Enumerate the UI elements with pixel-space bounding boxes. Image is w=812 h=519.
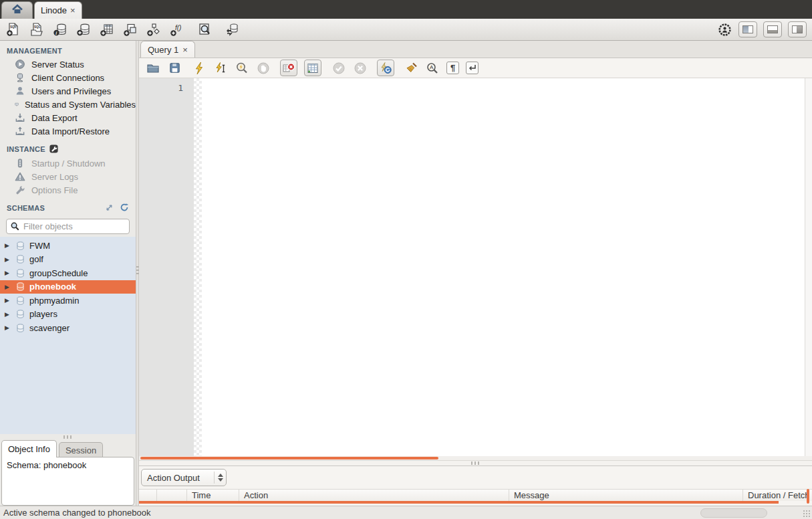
client-connections-icon	[15, 72, 25, 83]
tab-object-info[interactable]: Object Info	[1, 440, 57, 457]
sidebar-item-client-connections[interactable]: Client Connections	[0, 71, 136, 84]
tab-session[interactable]: Session	[59, 442, 103, 457]
schema-row-golf[interactable]: ▶ golf	[0, 253, 136, 267]
schema-row-phpmyadmin[interactable]: ▶ phpmyadmin	[0, 294, 136, 308]
database-inspector-button[interactable]: i	[52, 21, 68, 37]
schema-row-players[interactable]: ▶ players	[0, 308, 136, 322]
sidebar-item-server-logs[interactable]: Server Logs	[0, 170, 136, 183]
rollback-button[interactable]	[353, 61, 368, 76]
expand-schemas-icon[interactable]	[105, 203, 114, 213]
query-tab[interactable]: Query 1 ×	[140, 41, 195, 58]
toggle-bottom-panel-button[interactable]	[763, 21, 782, 37]
toggle-right-sidebar-button[interactable]	[788, 21, 807, 37]
output-splitter[interactable]	[139, 460, 812, 466]
sql-editor[interactable]: 1	[139, 78, 812, 456]
sidebar-item-server-status[interactable]: Server Status	[0, 58, 136, 71]
toggle-stop-on-error-button[interactable]	[280, 60, 297, 76]
status-bar: Active schema changed to phonebook	[0, 506, 812, 519]
stop-on-error-icon	[282, 62, 295, 75]
column-header-time[interactable]: Time	[187, 490, 239, 501]
limit-rows-button[interactable]	[304, 60, 321, 76]
editor-text-area[interactable]	[202, 78, 805, 456]
show-invisibles-button[interactable]: ¶	[446, 62, 459, 74]
toggle-left-sidebar-button[interactable]	[738, 21, 757, 37]
column-header-index[interactable]	[157, 490, 187, 501]
explain-button[interactable]	[235, 61, 249, 76]
column-header-duration[interactable]: Duration / Fetch	[743, 490, 807, 501]
home-tab[interactable]	[1, 1, 33, 19]
wrap-text-button[interactable]	[466, 62, 479, 74]
create-view-button[interactable]	[122, 21, 138, 37]
expand-arrow-icon[interactable]: ▶	[5, 311, 11, 318]
users-icon	[15, 86, 25, 96]
find-button[interactable]: A	[425, 61, 440, 76]
create-function-icon: f()	[170, 22, 184, 37]
column-header-action[interactable]: Action	[239, 490, 509, 501]
svg-text:SQL: SQL	[34, 25, 41, 29]
limit-rows-grid-icon	[306, 62, 319, 75]
sidebar-item-users-privileges[interactable]: Users and Privileges	[0, 84, 136, 98]
sidebar-item-options-file[interactable]: Options File	[0, 183, 136, 197]
editor-hscroll-thumb[interactable]	[140, 457, 438, 459]
schema-row-phonebook[interactable]: ▶ phonebook	[0, 280, 136, 294]
output-controls: Action Output	[139, 466, 812, 489]
filter-search-icon	[10, 221, 20, 231]
connection-tab-close-icon[interactable]: ×	[70, 6, 76, 15]
sql-editor-toolbar: A ¶	[139, 58, 812, 78]
schema-row-scavenger[interactable]: ▶ scavenger	[0, 321, 136, 335]
editor-horizontal-scrollbar[interactable]	[139, 456, 812, 460]
output-hscroll-thumb[interactable]	[139, 501, 779, 504]
create-function-button[interactable]: f()	[169, 21, 185, 37]
open-sql-script-button[interactable]: SQL	[29, 21, 45, 37]
toggle-autocommit-button[interactable]	[377, 60, 394, 76]
right-panel-icon	[792, 25, 803, 33]
execute-button[interactable]	[192, 61, 207, 76]
column-header-icon[interactable]	[139, 490, 157, 501]
commit-button[interactable]	[331, 61, 346, 76]
expand-arrow-icon[interactable]: ▶	[5, 256, 11, 263]
sidebar-item-data-export[interactable]: Data Export	[0, 111, 136, 124]
user-settings-button[interactable]	[716, 21, 732, 37]
editor-vertical-scrollbar[interactable]	[805, 78, 812, 456]
expand-arrow-icon[interactable]: ▶	[5, 297, 11, 304]
stop-button[interactable]	[256, 61, 271, 76]
schema-filter-input[interactable]	[23, 221, 126, 231]
search-objects-button[interactable]	[196, 21, 213, 37]
create-table-button[interactable]	[99, 21, 115, 37]
refresh-schemas-icon[interactable]	[120, 203, 129, 213]
schema-row-groupschedule[interactable]: ▶ groupSchedule	[0, 266, 136, 280]
output-vscroll-thumb[interactable]	[807, 489, 809, 504]
floppy-icon	[168, 62, 181, 74]
execute-current-button[interactable]	[213, 61, 228, 76]
reconnect-database-button[interactable]	[224, 21, 240, 37]
connection-tab[interactable]: Linode ×	[34, 1, 82, 19]
database-info-icon: i	[53, 22, 67, 37]
column-header-message[interactable]: Message	[509, 490, 743, 501]
schema-row-fwm[interactable]: ▶ FWM	[0, 239, 136, 253]
info-panel-splitter[interactable]	[0, 434, 136, 439]
query-tab-close-icon[interactable]: ×	[182, 45, 188, 54]
instance-wrench-icon	[49, 144, 59, 154]
mysql-workbench-window: Linode × SQL SQL i f()	[0, 0, 812, 519]
expand-arrow-icon[interactable]: ▶	[5, 284, 11, 290]
bottom-panel-icon	[767, 25, 778, 33]
new-sql-script-button[interactable]: SQL	[5, 21, 21, 37]
open-sql-icon: SQL	[29, 22, 44, 37]
sidebar-item-system-variables[interactable]: Status and System Variables	[0, 98, 136, 111]
sidebar-item-startup-shutdown[interactable]: Startup / Shutdown	[0, 157, 136, 170]
expand-arrow-icon[interactable]: ▶	[5, 270, 11, 276]
create-procedure-button[interactable]	[146, 21, 162, 37]
open-file-button[interactable]	[146, 61, 160, 76]
query-tabbar: Query 1 ×	[139, 41, 812, 58]
sidebar-item-data-import[interactable]: Data Import/Restore	[0, 124, 136, 138]
create-schema-button[interactable]	[76, 21, 92, 37]
window-resize-grip[interactable]	[803, 510, 811, 518]
beautify-button[interactable]	[404, 61, 418, 76]
expand-arrow-icon[interactable]: ▶	[5, 324, 11, 331]
expand-arrow-icon[interactable]: ▶	[5, 242, 11, 249]
output-type-select[interactable]: Action Output	[141, 469, 227, 486]
create-procedure-icon	[146, 22, 161, 37]
save-button[interactable]	[167, 61, 182, 76]
statusbar-scroll-thumb[interactable]	[700, 508, 767, 518]
schema-db-icon	[15, 309, 25, 319]
